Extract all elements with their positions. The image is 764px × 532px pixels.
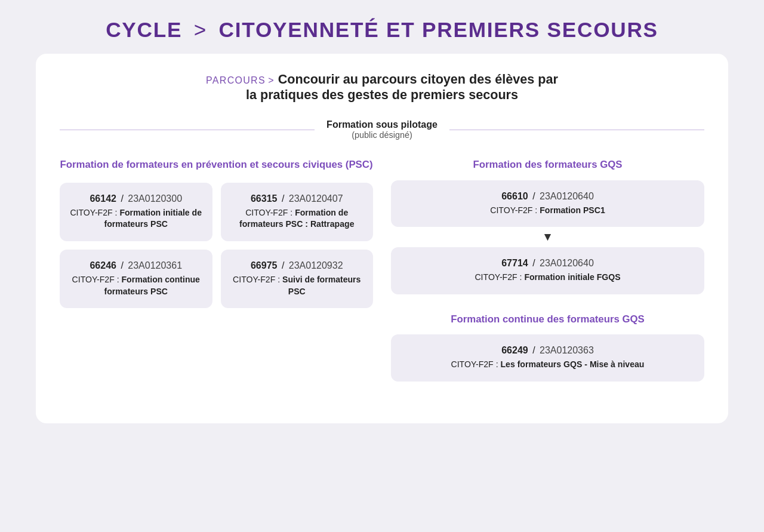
parcours-title: Concourir au parcours citoyen des élèves… <box>246 72 558 102</box>
parcours-header: PARCOURS > Concourir au parcours citoyen… <box>60 72 704 103</box>
gqs-card-2: 67714 / 23A0120640 CITOY-F2F : Formation… <box>391 247 704 294</box>
gqs-formation-subsection: Formation des formateurs GQS 66610 / 23A… <box>391 158 704 294</box>
psc-card-1-id: 66142 / 23A0120300 <box>68 193 204 204</box>
cycle-label: CYCLE <box>106 18 182 41</box>
parcours-sep: > <box>268 75 278 85</box>
psc-card-4-desc: CITOY-F2F : Suivi de formateurs PSC <box>229 274 365 297</box>
gqs-formation-title: Formation des formateurs GQS <box>391 158 704 172</box>
arrow-down-icon: ▼ <box>391 230 704 244</box>
gqs-card-1-id: 66610 / 23A0120640 <box>399 191 696 202</box>
psc-card-3: 66246 / 23A0120361 CITOY-F2F : Formation… <box>60 250 212 308</box>
gqs-card-3-id: 66249 / 23A0120363 <box>399 345 696 356</box>
psc-card-2-id: 66315 / 23A0120407 <box>229 193 365 204</box>
psc-card-2-desc: CITOY-F2F : Formation de formateurs PSC … <box>229 207 365 230</box>
pilotage-section: Formation sous pilotage (public désigné) <box>60 119 704 140</box>
pilotage-sub: (public désigné) <box>326 130 438 140</box>
psc-card-2: 66315 / 23A0120407 CITOY-F2F : Formation… <box>221 183 374 241</box>
pilotage-line-left <box>60 130 315 130</box>
gqs-card-1: 66610 / 23A0120640 CITOY-F2F : Formation… <box>391 180 704 227</box>
page-header: CYCLE > CITOYENNETÉ ET PREMIERS SECOURS <box>0 0 764 54</box>
content-grid: Formation de formateurs en prévention et… <box>60 158 704 399</box>
psc-cards-grid: 66142 / 23A0120300 CITOY-F2F : Formation… <box>60 183 373 309</box>
psc-card-1-desc: CITOY-F2F : Formation initiale de format… <box>68 207 204 230</box>
gqs-continue-subsection: Formation continue des formateurs GQS 66… <box>391 312 704 382</box>
pilotage-line-right <box>449 130 704 130</box>
gqs-card-2-id: 67714 / 23A0120640 <box>399 258 696 269</box>
gqs-card-2-desc: CITOY-F2F : Formation initiale FGQS <box>399 272 696 284</box>
gqs-column: Formation des formateurs GQS 66610 / 23A… <box>391 158 704 399</box>
psc-card-4: 66975 / 23A0120932 CITOY-F2F : Suivi de … <box>221 250 374 308</box>
page-title: CITOYENNETÉ ET PREMIERS SECOURS <box>219 18 658 41</box>
header-separator: > <box>187 18 214 41</box>
main-card: PARCOURS > Concourir au parcours citoyen… <box>36 54 728 423</box>
pilotage-text: Formation sous pilotage (public désigné) <box>315 119 449 140</box>
psc-card-1: 66142 / 23A0120300 CITOY-F2F : Formation… <box>60 183 212 241</box>
psc-column: Formation de formateurs en prévention et… <box>60 158 373 399</box>
psc-section-title: Formation de formateurs en prévention et… <box>60 158 373 172</box>
gqs-card-1-desc: CITOY-F2F : Formation PSC1 <box>399 205 696 217</box>
psc-card-3-id: 66246 / 23A0120361 <box>68 260 204 271</box>
psc-card-3-desc: CITOY-F2F : Formation continue formateur… <box>68 274 204 297</box>
gqs-card-3-desc: CITOY-F2F : Les formateurs GQS - Mise à … <box>399 359 696 371</box>
parcours-label: PARCOURS <box>206 75 266 85</box>
gqs-continue-title: Formation continue des formateurs GQS <box>391 312 704 327</box>
psc-card-4-id: 66975 / 23A0120932 <box>229 260 365 271</box>
gqs-card-3: 66249 / 23A0120363 CITOY-F2F : Les forma… <box>391 334 704 382</box>
pilotage-main: Formation sous pilotage <box>326 119 438 130</box>
